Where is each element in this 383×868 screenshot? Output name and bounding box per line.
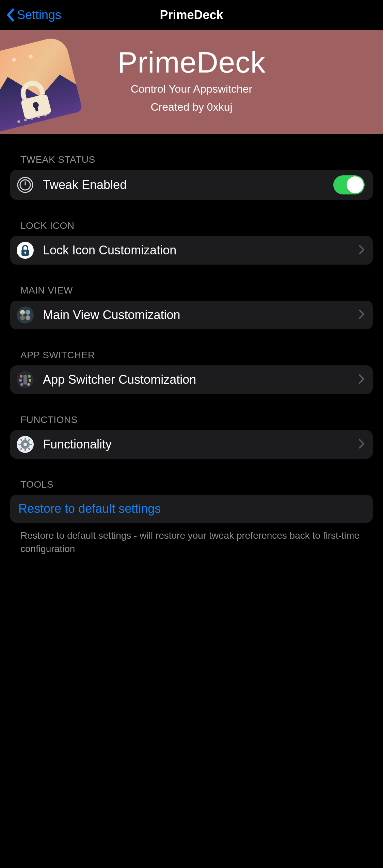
group-header-functions: Functions: [10, 414, 373, 430]
tweak-enabled-switch[interactable]: [333, 175, 365, 194]
lock-icon: [16, 241, 34, 259]
svg-point-29: [19, 379, 22, 382]
settings-content: Tweak Status Tweak Enabled Lock Icon: [0, 154, 383, 583]
main-view-customization-label: Main View Customization: [43, 308, 350, 322]
svg-point-23: [26, 315, 30, 320]
chevron-right-icon: [358, 244, 365, 256]
group-main-view: Main View 🔒 Main View Customization: [10, 285, 373, 329]
svg-rect-38: [29, 444, 32, 445]
group-header-main-view: Main View: [10, 285, 373, 301]
chevron-right-icon: [358, 309, 365, 321]
svg-point-27: [20, 375, 22, 378]
group-header-app-switcher: App Switcher: [10, 350, 373, 365]
back-button[interactable]: Settings: [6, 0, 61, 30]
row-lock-icon-customization[interactable]: Lock Icon Customization: [10, 236, 373, 265]
svg-point-21: [26, 310, 30, 315]
svg-rect-36: [25, 448, 26, 451]
page-title: PrimeDeck: [160, 8, 223, 22]
row-app-switcher-customization[interactable]: App Switcher Customization: [10, 365, 373, 394]
hero-title: PrimeDeck: [117, 47, 266, 77]
row-tweak-enabled[interactable]: Tweak Enabled: [10, 170, 373, 200]
app-switcher-customization-label: App Switcher Customization: [43, 373, 350, 387]
group-header-tools: Tools: [10, 479, 373, 495]
group-tweak-status: Tweak Status Tweak Enabled: [10, 154, 373, 200]
back-label: Settings: [17, 8, 61, 22]
gear-icon: [16, 436, 34, 453]
svg-point-19: [17, 306, 34, 323]
restore-defaults-label: Restore to default settings: [18, 502, 365, 516]
hero-author: Created by 0xkuj: [150, 101, 232, 113]
grid-icon: 🔒: [16, 306, 34, 324]
chevron-right-icon: [358, 374, 365, 385]
group-footer-tools: Restore to default settings - will resto…: [10, 523, 373, 555]
tweak-enabled-label: Tweak Enabled: [43, 178, 324, 192]
svg-rect-37: [18, 444, 21, 445]
switch-knob: [347, 176, 364, 193]
svg-point-31: [20, 383, 23, 386]
functionality-label: Functionality: [43, 437, 350, 452]
svg-point-28: [28, 375, 31, 378]
group-app-switcher: App Switcher App Switcher Customizat: [10, 350, 373, 394]
row-restore-defaults[interactable]: Restore to default settings: [10, 495, 373, 523]
svg-rect-35: [25, 438, 26, 440]
group-header-lock-icon: Lock Icon: [10, 220, 373, 236]
chevron-left-icon: [6, 8, 14, 22]
group-header-tweak-status: Tweak Status: [10, 154, 373, 170]
svg-point-32: [27, 383, 30, 386]
apps-icon: [16, 371, 34, 389]
group-tools: Tools Restore to default settings Restor…: [10, 479, 373, 555]
chevron-right-icon: [358, 439, 365, 450]
power-icon: [16, 176, 34, 194]
group-functions: Functions: [10, 414, 373, 459]
svg-point-22: [20, 315, 25, 320]
svg-rect-26: [23, 375, 27, 384]
group-lock-icon: Lock Icon Lock Icon Customization: [10, 220, 373, 265]
svg-rect-18: [25, 253, 26, 254]
svg-text:🔒: 🔒: [21, 311, 24, 314]
hero-subtitle: Control Your Appswitcher: [131, 83, 253, 95]
row-functionality[interactable]: Functionality: [10, 430, 373, 459]
lock-icon-customization-label: Lock Icon Customization: [43, 243, 350, 257]
nav-bar: Settings PrimeDeck: [0, 0, 383, 30]
hero-app-icon: [0, 30, 98, 134]
svg-point-43: [23, 443, 27, 446]
svg-point-30: [29, 379, 31, 382]
hero-banner: PrimeDeck Control Your Appswitcher Creat…: [0, 30, 383, 134]
row-main-view-customization[interactable]: 🔒 Main View Customization: [10, 301, 373, 329]
